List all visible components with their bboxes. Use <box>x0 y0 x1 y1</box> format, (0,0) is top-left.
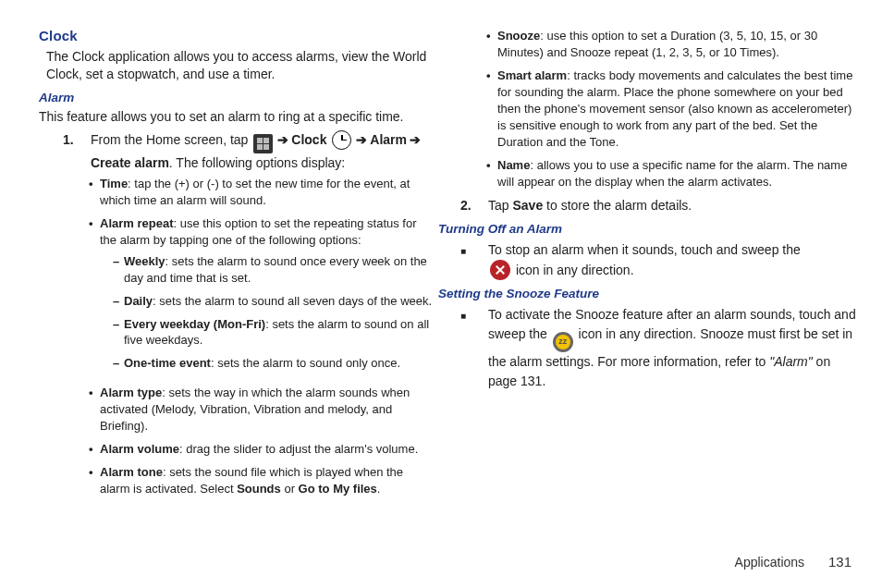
label-sounds: Sounds <box>237 482 281 496</box>
bullet-label: Alarm volume <box>100 442 179 456</box>
bullet-name: • Name: allows you to use a specific nam… <box>486 157 856 190</box>
step-2: 2. Tap Save to store the alarm details. <box>460 196 856 215</box>
snooze-zz-icon: zz <box>553 332 573 352</box>
sub-list: – Weekly: sets the alarm to sound once e… <box>113 253 435 373</box>
bullet-dot-icon: • <box>486 28 497 61</box>
label-clock: Clock <box>291 132 326 147</box>
dash-icon: – <box>113 355 124 372</box>
left-column: Clock The Clock application allows you t… <box>39 28 435 504</box>
arrow-icon: ➔ <box>410 132 421 147</box>
text-fragment: . The following options display: <box>169 155 345 170</box>
page-footer: Applications 131 <box>735 554 851 570</box>
square-bullet-icon: ■ <box>460 240 488 280</box>
bullet-dot-icon: • <box>89 215 100 379</box>
footer-section: Applications <box>735 555 805 570</box>
sub-label: Every weekday (Mon-Fri) <box>124 317 265 331</box>
dash-icon: – <box>113 316 124 349</box>
text-fragment: To stop an alarm when it sounds, touch a… <box>488 242 801 257</box>
bullet-text: : allows you to use a specific name for … <box>497 158 847 189</box>
bullet-label: Smart alarm <box>497 68 567 82</box>
step-body: Tap Save to store the alarm details. <box>488 196 856 215</box>
bullet-label: Alarm type <box>100 386 162 399</box>
label-alarm: Alarm <box>370 132 407 147</box>
bullet-label: Name <box>497 158 530 172</box>
sub-text: : sets the alarm to sound only once. <box>211 356 400 370</box>
dash-icon: – <box>113 293 124 310</box>
step-number: 1. <box>63 130 91 173</box>
apps-grid-icon <box>253 134 273 153</box>
sub-text: : sets the alarm to sound once every wee… <box>124 254 427 285</box>
heading-clock: Clock <box>39 28 435 43</box>
label-save: Save <box>512 198 543 213</box>
bullet-alarm-tone: • Alarm tone: sets the sound file which … <box>89 464 435 497</box>
square-bullet-snooze: ■ To activate the Snooze feature after a… <box>460 305 856 391</box>
bullet-dot-icon: • <box>89 385 100 435</box>
alarm-intro: This feature allows you to set an alarm … <box>39 108 435 126</box>
right-column: • Snooze: use this option to set a Durat… <box>460 28 856 504</box>
bullet-label: Time <box>100 177 128 190</box>
arrow-icon: ➔ <box>356 132 367 147</box>
bullet-dot-icon: • <box>486 67 497 151</box>
footer-page-number: 131 <box>828 554 851 570</box>
bullet-label: Alarm repeat <box>100 216 173 230</box>
sub-label: Weekly <box>124 254 165 268</box>
dash-icon: – <box>113 253 124 287</box>
label-gotomyfiles: Go to My files <box>299 482 377 496</box>
bullet-alarm-type: • Alarm type: sets the way in which the … <box>89 385 435 435</box>
bullet-snooze: • Snooze: use this option to set a Durat… <box>486 28 856 61</box>
sub-daily: – Daily: sets the alarm to sound all sev… <box>113 293 435 310</box>
bullet-dot-icon: • <box>486 157 497 190</box>
sub-onetime: – One-time event: sets the alarm to soun… <box>113 355 435 372</box>
bullet-text: : drag the slider to adjust the alarm's … <box>179 442 418 456</box>
heading-alarm: Alarm <box>39 91 435 104</box>
page-content: Clock The Clock application allows you t… <box>0 0 882 504</box>
text-fragment: Tap <box>488 198 512 213</box>
square-bullet-off: ■ To stop an alarm when it sounds, touch… <box>460 240 856 280</box>
sub-label: Daily <box>124 294 153 308</box>
step-number: 2. <box>460 196 488 215</box>
sub-label: One-time event <box>124 356 211 370</box>
bullet-alarm-repeat: • Alarm repeat: use this option to set t… <box>89 215 435 379</box>
bullet-text: : use this option to set a Duration (3, … <box>497 29 817 59</box>
cross-ref: "Alarm" <box>769 354 813 369</box>
sub-weekday: – Every weekday (Mon-Fri): sets the alar… <box>113 316 435 349</box>
stop-alarm-icon <box>490 260 510 280</box>
bullet-smart-alarm: • Smart alarm: tracks body movements and… <box>486 67 856 151</box>
bullet-dot-icon: • <box>89 441 100 458</box>
text-fragment: From the Home screen, tap <box>91 132 251 147</box>
bullet-dot-icon: • <box>89 464 100 497</box>
bullet-list: • Time: tap the (+) or (-) to set the ne… <box>89 176 435 497</box>
step-body: From the Home screen, tap ➔Clock ➔Alarm➔… <box>91 130 435 173</box>
heading-snooze-feature: Setting the Snooze Feature <box>438 287 856 300</box>
label-create-alarm: Create alarm <box>91 155 169 170</box>
sub-text: : sets the alarm to sound all seven days… <box>153 294 432 308</box>
clock-icon <box>332 130 351 150</box>
text-fragment: or <box>281 482 299 496</box>
bullet-alarm-volume: • Alarm volume: drag the slider to adjus… <box>89 441 435 458</box>
bullet-dot-icon: • <box>89 176 100 209</box>
sub-weekly: – Weekly: sets the alarm to sound once e… <box>113 253 435 287</box>
heading-turning-off: Turning Off an Alarm <box>438 222 856 236</box>
square-bullet-body: To stop an alarm when it sounds, touch a… <box>488 240 856 280</box>
step-1: 1. From the Home screen, tap ➔Clock ➔Ala… <box>63 130 435 173</box>
bullet-list-right: • Snooze: use this option to set a Durat… <box>486 28 856 190</box>
square-bullet-icon: ■ <box>460 305 488 391</box>
square-bullet-body: To activate the Snooze feature after an … <box>488 305 856 391</box>
bullet-text: : tap the (+) or (-) to set the new time… <box>100 177 410 207</box>
bullet-label: Snooze <box>497 29 540 43</box>
text-fragment: . <box>377 482 381 496</box>
bullet-label: Alarm tone <box>100 465 163 479</box>
text-fragment: to store the alarm details. <box>543 198 692 213</box>
clock-intro: The Clock application allows you to acce… <box>46 48 435 84</box>
bullet-time: • Time: tap the (+) or (-) to set the ne… <box>89 176 435 209</box>
arrow-icon: ➔ <box>277 132 288 147</box>
text-fragment: icon in any direction. <box>512 263 634 277</box>
